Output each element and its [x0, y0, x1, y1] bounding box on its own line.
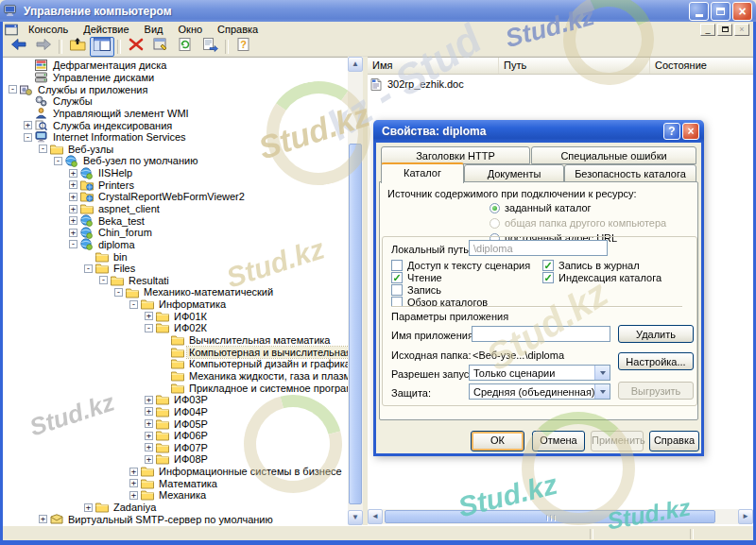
tree-item[interactable]: Прикладное и системное программирование [160, 382, 348, 394]
tree-item[interactable]: +CrystalReportWebFormViewer2 [69, 191, 348, 203]
tree-item[interactable]: +IISHelp [69, 167, 348, 179]
apply-button[interactable]: Применить [591, 431, 644, 451]
tree-item[interactable]: +Служба индексирования [24, 119, 348, 131]
local-path-input[interactable]: \diploma [469, 240, 608, 256]
tree-item[interactable]: -Механико-математический [114, 286, 348, 298]
tree-item[interactable]: Компьютерный дизайн и графика [160, 358, 348, 370]
menu-item-1[interactable]: Действие [76, 23, 136, 36]
tree-item[interactable]: +Виртуальный SMTP-сервер по умолчанию [39, 513, 348, 525]
radio-option-1[interactable]: общая папка другого компьютера [490, 217, 666, 229]
scroll-right-icon[interactable]: ► [738, 509, 753, 524]
dialog-close-button[interactable]: × [682, 123, 699, 140]
menu-item-4[interactable]: Справка [210, 23, 266, 36]
tree-item[interactable]: Механика жидкости, газа и плазмы [160, 370, 348, 383]
refresh-button[interactable] [173, 37, 198, 57]
tree-expander-icon[interactable]: + [39, 515, 47, 523]
tree-vertical-scrollbar[interactable]: ▲ ▼ [348, 57, 363, 525]
tree-expander-icon[interactable]: - [69, 240, 77, 248]
checkbox-option[interactable]: Доступ к тексту сценария [391, 260, 530, 271]
tree-item[interactable]: +ИФ08Р [145, 453, 348, 466]
tree-scrollbar-thumb[interactable] [349, 144, 362, 504]
list-horizontal-scrollbar[interactable]: ◄ ► [368, 509, 753, 524]
tree-expander-icon[interactable]: + [129, 479, 138, 487]
tab-documents[interactable]: Документы [464, 164, 564, 182]
tree-item[interactable]: -Информатика [129, 298, 348, 311]
tree-item[interactable]: +Chin_forum [69, 227, 348, 239]
column-header-path[interactable]: Путь [499, 58, 650, 74]
tree-item[interactable]: +Механика [129, 489, 348, 502]
protection-select[interactable]: Средняя (объединенная) [469, 383, 610, 400]
minimize-button[interactable] [689, 2, 709, 21]
tree-item[interactable]: +Printers [69, 179, 348, 191]
tree-item[interactable]: Управление дисками [24, 72, 348, 84]
tree-item[interactable]: bin [84, 250, 348, 263]
menu-item-3[interactable]: Окно [171, 23, 211, 36]
tree-expander-icon[interactable]: + [129, 468, 138, 476]
app-name-input[interactable] [472, 326, 610, 342]
up-level-button[interactable] [65, 37, 90, 57]
tab-directory-security[interactable]: Безопасность каталога [564, 164, 696, 182]
tree-item[interactable]: +ИФ05Р [145, 417, 348, 430]
tree-expander-icon[interactable]: + [69, 193, 77, 201]
tab-custom-errors[interactable]: Специальные ошибки [531, 146, 696, 164]
chevron-down-icon[interactable] [594, 366, 610, 380]
tree-item[interactable]: -Службы и приложения [9, 83, 348, 95]
tree-item[interactable]: +ИФ03Р [145, 394, 348, 406]
tree-expander-icon[interactable]: - [99, 276, 108, 284]
tree-item[interactable]: -Веб-узел по умолчанию [54, 155, 348, 167]
help-button[interactable]: ? [232, 37, 256, 57]
dialog-help-button[interactable]: ? [663, 123, 680, 140]
tree-expander-icon[interactable]: + [145, 432, 153, 440]
tree-item[interactable]: -Resultati [99, 275, 348, 287]
tree-item[interactable]: +ИФ07Р [145, 442, 348, 454]
list-row[interactable]: 302rp_ezhik.doc [370, 77, 464, 91]
tree-expander-icon[interactable]: + [24, 121, 32, 129]
tree-expander-icon[interactable]: - [145, 324, 153, 332]
tree-item[interactable]: Управляющий элемент WMI [24, 108, 348, 120]
tree-expander-icon[interactable]: + [145, 312, 153, 320]
close-button[interactable]: × [732, 2, 752, 21]
tree-item[interactable]: -ИФ02К [145, 322, 348, 334]
tree-item[interactable]: Компьютерная и вычислительная техника [160, 346, 348, 358]
export-list-button[interactable] [198, 37, 222, 57]
help-button[interactable]: Справка [649, 431, 699, 451]
delete-button[interactable] [124, 37, 148, 57]
tree-expander-icon[interactable]: + [69, 216, 77, 225]
list-scrollbar-thumb[interactable] [385, 510, 715, 523]
column-header-state[interactable]: Состояние [650, 58, 753, 74]
tree-expander-icon[interactable]: + [69, 180, 77, 189]
exec-permissions-select[interactable]: Только сценарии [469, 365, 610, 381]
tree-expander-icon[interactable]: - [24, 133, 32, 142]
menu-item-0[interactable]: Консоль [21, 23, 76, 36]
mdi-minimize-button[interactable]: _ [700, 24, 715, 36]
tree-expander-icon[interactable]: + [145, 443, 153, 451]
tree-item[interactable]: +Информационные системы в бизнесе [129, 466, 348, 478]
maximize-button[interactable] [711, 2, 730, 21]
tree-item[interactable]: -Internet Information Services [24, 131, 348, 144]
tree-item[interactable]: -diploma [69, 239, 348, 251]
menu-item-2[interactable]: Вид [137, 23, 171, 36]
radio-option-0[interactable]: заданный каталог [490, 202, 592, 213]
chevron-down-icon[interactable] [594, 384, 610, 399]
properties-button[interactable] [148, 37, 173, 57]
checkbox-option[interactable]: ✓Индексация каталога [542, 272, 662, 283]
tree-item[interactable]: Дефрагментация диска [24, 60, 348, 72]
tree-item[interactable]: -Files [84, 263, 348, 275]
tree-expander-icon[interactable]: - [129, 300, 138, 309]
mdi-restore-button[interactable] [717, 24, 732, 36]
mdi-close-button[interactable]: × [734, 24, 749, 36]
tree-item[interactable]: +ИФ06Р [145, 430, 348, 442]
back-button[interactable] [7, 37, 31, 57]
tree-item[interactable]: +aspnet_client [69, 203, 348, 215]
tree-expander-icon[interactable]: + [145, 396, 153, 404]
checkbox-option[interactable]: ✓Запись в журнал [542, 260, 640, 271]
tree-expander-icon[interactable]: + [129, 491, 138, 500]
tree-item[interactable]: Службы [24, 95, 348, 108]
unload-button[interactable]: Выгрузить [618, 382, 694, 400]
tree-expander-icon[interactable]: - [39, 145, 47, 153]
tree-item[interactable]: +Beka_test [69, 214, 348, 227]
tree-expander-icon[interactable]: - [54, 157, 62, 165]
tree-expander-icon[interactable]: - [9, 85, 17, 94]
tree-item[interactable]: -Веб-узлы [39, 143, 348, 155]
tree-item[interactable]: +Zadaniya [84, 502, 348, 514]
